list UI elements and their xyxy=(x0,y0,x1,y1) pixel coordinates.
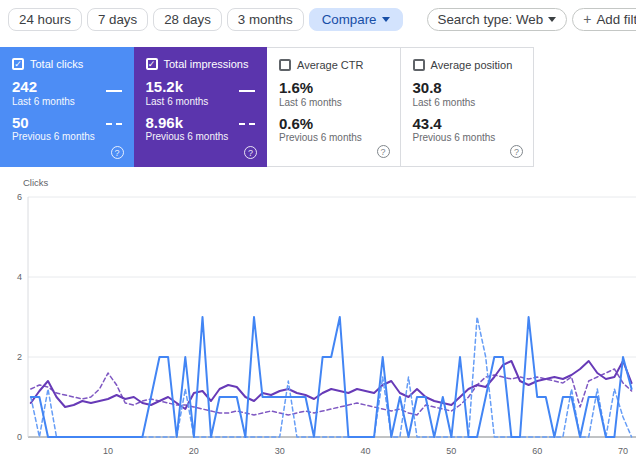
ctr-current-value: 1.6% xyxy=(279,80,388,97)
toolbar: 24 hours 7 days 28 days 3 months Compare… xyxy=(8,6,636,32)
chevron-down-icon xyxy=(382,17,390,22)
average-ctr-card[interactable]: Average CTR 1.6% Last 6 months 0.6% Prev… xyxy=(267,47,401,167)
date-range-28-days-button[interactable]: 28 days xyxy=(153,8,222,31)
series-line xyxy=(31,369,632,415)
position-current-caption: Last 6 months xyxy=(413,97,522,108)
y-axis-tick-label: 6 xyxy=(17,192,22,202)
average-ctr-checkbox[interactable] xyxy=(279,59,291,71)
y-axis-tick-label: 0 xyxy=(17,432,22,442)
search-type-dropdown[interactable]: Search type: Web xyxy=(427,8,568,31)
dashed-line-indicator xyxy=(239,123,255,125)
impressions-current-value: 15.2k xyxy=(146,79,256,96)
series-line xyxy=(31,361,632,409)
chevron-down-icon xyxy=(548,17,556,22)
x-axis-tick-label: 30 xyxy=(275,446,285,456)
solid-line-indicator xyxy=(106,90,122,92)
x-axis-tick-label: 50 xyxy=(446,446,456,456)
y-axis-tick-label: 2 xyxy=(17,352,22,362)
x-axis-tick-label: 20 xyxy=(189,446,199,456)
ctr-previous-caption: Previous 6 months xyxy=(279,132,388,143)
performance-chart[interactable]: 024610203040506070 xyxy=(0,188,636,464)
date-range-24-hours-button[interactable]: 24 hours xyxy=(8,8,82,31)
clicks-previous-caption: Previous 6 months xyxy=(12,131,122,142)
help-icon[interactable]: ? xyxy=(111,146,124,159)
total-impressions-checkbox[interactable]: ✓ xyxy=(146,58,158,70)
total-clicks-checkbox[interactable]: ✓ xyxy=(12,58,24,70)
date-range-7-days-button[interactable]: 7 days xyxy=(87,8,148,31)
help-icon[interactable]: ? xyxy=(377,145,390,158)
total-clicks-label: Total clicks xyxy=(30,58,83,70)
x-axis-tick-label: 40 xyxy=(361,446,371,456)
impressions-current-caption: Last 6 months xyxy=(146,96,256,107)
ctr-previous-value: 0.6% xyxy=(279,116,388,133)
plus-icon: + xyxy=(583,12,591,26)
average-position-card[interactable]: Average position 30.8 Last 6 months 43.4… xyxy=(401,47,535,167)
series-line xyxy=(31,317,632,437)
clicks-current-caption: Last 6 months xyxy=(12,96,122,107)
total-impressions-card[interactable]: ✓ Total impressions 15.2k Last 6 months … xyxy=(134,47,268,167)
clicks-current-value: 242 xyxy=(12,79,122,96)
y-axis-tick-label: 4 xyxy=(17,272,22,282)
add-filter-button[interactable]: + Add filter xyxy=(572,8,636,31)
help-icon[interactable]: ? xyxy=(244,146,257,159)
add-filter-label: Add filter xyxy=(596,12,636,27)
position-current-value: 30.8 xyxy=(413,80,522,97)
help-icon[interactable]: ? xyxy=(510,145,523,158)
average-position-label: Average position xyxy=(431,59,513,71)
compare-label: Compare xyxy=(322,12,377,27)
average-position-checkbox[interactable] xyxy=(413,59,425,71)
position-previous-caption: Previous 6 months xyxy=(413,132,522,143)
chart-y-axis-title: Clicks xyxy=(23,177,48,188)
x-axis-tick-label: 10 xyxy=(103,446,113,456)
series-line xyxy=(31,317,632,437)
date-range-3-months-button[interactable]: 3 months xyxy=(227,8,304,31)
average-ctr-label: Average CTR xyxy=(297,59,363,71)
total-impressions-label: Total impressions xyxy=(164,58,249,70)
x-axis-tick-label: 60 xyxy=(532,446,542,456)
impressions-previous-caption: Previous 6 months xyxy=(146,131,256,142)
compare-button[interactable]: Compare xyxy=(309,8,403,31)
position-previous-value: 43.4 xyxy=(413,116,522,133)
search-type-label: Search type: Web xyxy=(438,12,544,27)
total-clicks-card[interactable]: ✓ Total clicks 242 Last 6 months 50 Prev… xyxy=(0,47,134,167)
dashed-line-indicator xyxy=(106,123,122,125)
x-axis-tick-label: 70 xyxy=(618,446,628,456)
ctr-current-caption: Last 6 months xyxy=(279,97,388,108)
metric-cards: ✓ Total clicks 242 Last 6 months 50 Prev… xyxy=(0,47,534,167)
solid-line-indicator xyxy=(239,90,255,92)
